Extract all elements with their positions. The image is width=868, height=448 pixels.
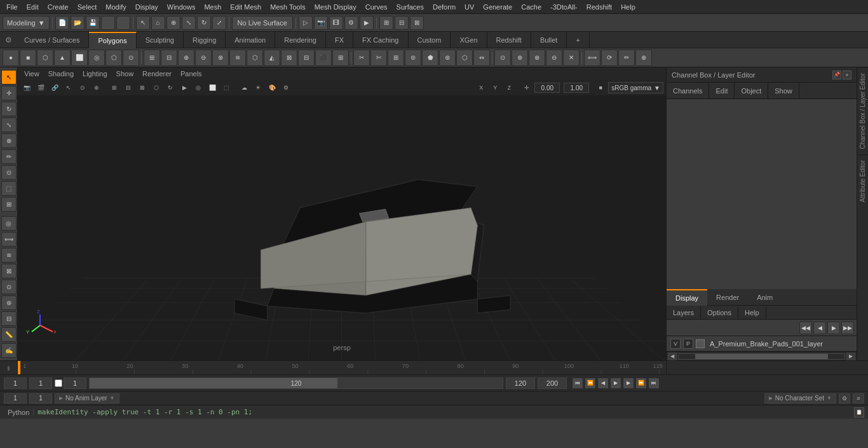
vp-value2-input[interactable] (564, 83, 589, 93)
tab-fxcaching[interactable]: FX Caching (353, 32, 408, 48)
tab-polygons[interactable]: Polygons (89, 32, 136, 48)
snapshot-btn[interactable]: 🎞 (329, 16, 343, 30)
vp-gamma-dropdown[interactable]: sRGB gamma ▼ (608, 82, 663, 93)
vp-value1-input[interactable] (534, 83, 560, 93)
vp-menu-shading[interactable]: Shading (44, 70, 78, 78)
menu-deform[interactable]: Deform (429, 2, 459, 12)
vp-camera-btn[interactable]: 📷 (20, 81, 33, 94)
layer-next-btn[interactable]: ▶ (827, 322, 840, 334)
panel-close-btn[interactable]: × (843, 71, 851, 79)
shelf-cone[interactable]: ▲ (54, 50, 71, 66)
tool-brush[interactable]: ✏ (1, 149, 17, 164)
pb-end[interactable]: ⏭ (648, 377, 660, 389)
vtab-channelbox[interactable]: Channel Box / Layer Editor (857, 67, 868, 154)
rp-edit[interactable]: Edit (709, 83, 735, 99)
menu-meshtools[interactable]: Mesh Tools (266, 2, 309, 12)
tool-align[interactable]: ⊟ (1, 311, 17, 326)
tab-rendering[interactable]: Rendering (275, 32, 326, 48)
vp-select1[interactable]: ↖ (62, 81, 75, 94)
shelf-bevel[interactable]: ⬟ (422, 50, 438, 66)
menu-curves[interactable]: Curves (362, 2, 391, 12)
vp-shade[interactable]: ⬜ (206, 81, 219, 94)
layer-prev-btn[interactable]: ◀◀ (799, 322, 812, 334)
shelf-sculpt[interactable]: ⊕ (635, 50, 652, 66)
tool-orient[interactable]: ⊛ (1, 295, 17, 310)
vp-select3[interactable]: ⊕ (90, 81, 103, 94)
shelf-combine[interactable]: ⊞ (144, 50, 160, 66)
select-btn[interactable]: ↖ (136, 16, 150, 30)
tool-measure[interactable]: 📏 (1, 327, 17, 342)
tab-display[interactable]: Display (667, 289, 707, 306)
vp-x[interactable]: X (475, 81, 487, 94)
vp-menu-view[interactable]: View (20, 70, 43, 78)
tool-rotate[interactable]: ↻ (1, 102, 17, 116)
tab-gear[interactable]: ⚙ (1, 33, 15, 47)
tool-transform[interactable]: ⊠ (1, 264, 17, 278)
tool-relax[interactable]: ≋ (1, 248, 17, 262)
mode-dropdown[interactable]: Modeling ▼ (3, 16, 50, 30)
layers-menu-layers[interactable]: Layers (667, 306, 701, 320)
shelf-subdiv[interactable]: ⬡ (247, 50, 263, 66)
tab-custom[interactable]: Custom (409, 32, 451, 48)
pb-next[interactable]: ⏩ (635, 377, 647, 389)
tool-annotate[interactable]: ✍ (1, 343, 17, 358)
shelf-booldiff[interactable]: ⊖ (195, 50, 212, 66)
render-btn[interactable]: ▷ (299, 16, 313, 30)
shelf-deform[interactable]: ⟳ (601, 50, 618, 66)
tool-sym[interactable]: ⟺ (1, 232, 17, 247)
shelf-merge[interactable]: ⊙ (494, 50, 511, 66)
scroll-right-btn[interactable]: ▶ (846, 353, 855, 360)
shelf-delete[interactable]: ✕ (563, 50, 580, 66)
frame-keyframe-input[interactable] (64, 377, 86, 389)
bottom-input1[interactable] (4, 393, 27, 404)
bottom-settings-btn[interactable]: ⚙ (839, 393, 850, 404)
rp-object[interactable]: Object (735, 83, 768, 99)
shelf-slide[interactable]: ⇔ (473, 50, 490, 66)
layout-btn[interactable]: ⊟ (395, 16, 409, 30)
menu-help[interactable]: Help (617, 2, 639, 12)
tab-rigging[interactable]: Rigging (184, 32, 226, 48)
anim-layer-dropdown[interactable]: ▶ No Anim Layer ▼ (55, 393, 119, 404)
shelf-plane[interactable]: ⬜ (71, 50, 88, 66)
vp-disp[interactable]: ◎ (192, 81, 205, 94)
shelf-boolinter[interactable]: ⊗ (212, 50, 229, 66)
vp-rot[interactable]: ↻ (164, 81, 177, 94)
vp-menu-renderer[interactable]: Renderer (139, 70, 175, 78)
tab-render[interactable]: Render (707, 289, 748, 306)
shelf-sphere[interactable]: ● (3, 50, 19, 66)
vp-wire[interactable]: ⬚ (220, 81, 233, 94)
shelf-weld[interactable]: ⊕ (512, 50, 528, 66)
frame-end-input[interactable] (506, 377, 535, 389)
menu-meshdisplay[interactable]: Mesh Display (311, 2, 360, 12)
tab-xgen[interactable]: XGen (451, 32, 487, 48)
vp-y[interactable]: Y (489, 81, 501, 94)
tab-fx[interactable]: FX (326, 32, 353, 48)
vp-env[interactable]: ☁ (238, 81, 250, 94)
menu-redshift[interactable]: Redshift (583, 2, 616, 12)
pb-prev[interactable]: ⏪ (585, 377, 596, 389)
shelf-append[interactable]: ⊞ (332, 50, 349, 66)
redo-btn[interactable] (116, 16, 130, 30)
tool-paint[interactable]: ⊙ (1, 165, 17, 180)
menu-select[interactable]: Select (74, 2, 101, 12)
shelf-collapse[interactable]: ⊖ (546, 50, 562, 66)
pb-start[interactable]: ⏮ (572, 377, 583, 389)
ipr-btn[interactable]: ▶ (360, 16, 374, 30)
new-btn[interactable]: 📄 (55, 16, 69, 30)
undo-btn[interactable] (101, 16, 115, 30)
shelf-torus[interactable]: ◎ (88, 50, 105, 66)
vp-pan[interactable]: ✛ (520, 81, 533, 94)
vp-menu-show[interactable]: Show (112, 70, 138, 78)
transform-btn[interactable]: ⤡ (182, 16, 196, 30)
shelf-crease[interactable]: ⊛ (439, 50, 456, 66)
vp-snap[interactable]: ⊟ (122, 81, 135, 94)
layers-menu-help[interactable]: Help (738, 306, 766, 320)
char-set-dropdown[interactable]: ▶ No Character Set ▼ (764, 393, 836, 404)
shelf-cube[interactable]: ■ (20, 50, 36, 66)
shelf-knife[interactable]: ✂ (353, 50, 370, 66)
tool-region[interactable]: ⬚ (1, 181, 17, 196)
shelf-chamfer[interactable]: ⬡ (456, 50, 473, 66)
vp-settings[interactable]: ⚙ (280, 81, 292, 94)
bottom-input2[interactable] (29, 393, 52, 404)
vtab-attributeeditor[interactable]: Attribute Editor (857, 154, 868, 207)
